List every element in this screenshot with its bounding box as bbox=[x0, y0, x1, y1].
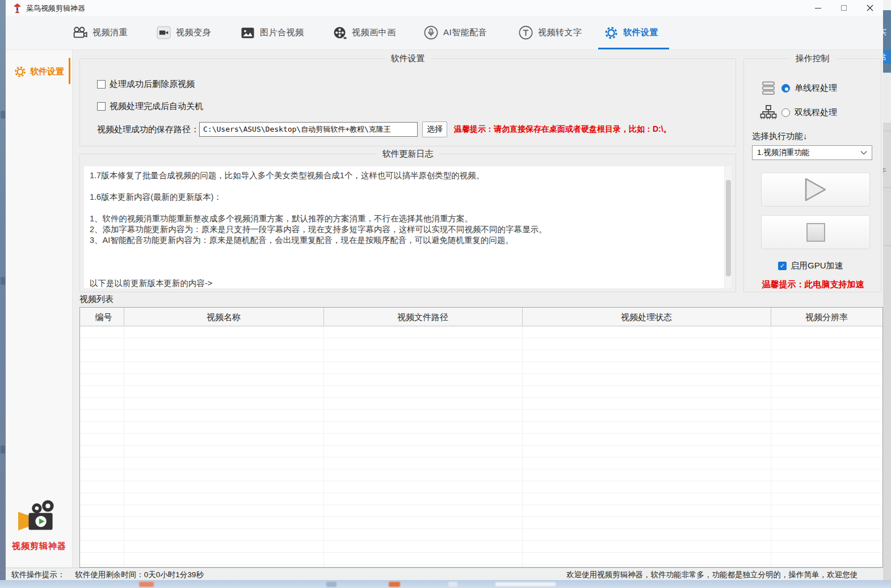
save-path-input[interactable] bbox=[199, 122, 418, 137]
function-select-label: 选择执行功能↓ bbox=[752, 131, 808, 142]
tab-label: 视频画中画 bbox=[352, 27, 396, 38]
changelog-textarea[interactable]: 1.7版本修复了批量合成视频的问题，比如导入多个美女类型视频合成1个，这样也可以… bbox=[83, 166, 732, 289]
windows-taskbar[interactable] bbox=[0, 580, 891, 588]
single-thread-icon bbox=[760, 81, 777, 96]
close-icon bbox=[867, 5, 873, 11]
movie-camera-logo-icon bbox=[17, 500, 61, 536]
sidebar-item-software-settings[interactable]: 软件设置 bbox=[6, 59, 73, 84]
active-tab-underline bbox=[598, 48, 669, 49]
taskbar-icon[interactable] bbox=[389, 582, 400, 587]
stop-button[interactable] bbox=[761, 215, 870, 249]
single-thread-option[interactable]: 单线程处理 bbox=[760, 81, 837, 96]
save-path-label: 视频处理成功的保存路径： bbox=[97, 124, 199, 135]
right-sliver-highlight: 站 bbox=[883, 50, 891, 64]
tab-software-settings[interactable]: 软件设置 bbox=[604, 16, 658, 49]
tab-image-to-video[interactable]: 图片合视频 bbox=[241, 16, 304, 49]
tab-label: 视频转文字 bbox=[538, 27, 582, 38]
column-header-name: 视频名称 bbox=[124, 308, 323, 326]
scrollbar-thumb[interactable] bbox=[726, 180, 731, 276]
operation-control-groupbox: 操作控制 单线程处理 双线程处理 选择执行功能↓ 1. bbox=[743, 58, 881, 292]
gpu-checkbox-label: 启用GPU加速 bbox=[791, 261, 843, 271]
gear-icon bbox=[14, 66, 26, 78]
settings-group-title: 软件设置 bbox=[385, 53, 431, 64]
right-sliver-text: 牛 bbox=[883, 166, 890, 176]
video-list-table[interactable]: 编号 视频名称 视频文件路径 视频处理状态 视频分辨率 bbox=[79, 307, 883, 568]
right-sliver-gap bbox=[883, 73, 891, 123]
column-header-path: 视频文件路径 bbox=[323, 308, 522, 326]
tab-video-to-text[interactable]: 视频转文字 bbox=[519, 16, 582, 49]
single-thread-radio[interactable] bbox=[781, 84, 790, 93]
function-select[interactable]: 1.视频消重功能 bbox=[752, 145, 872, 160]
right-sliver-line bbox=[883, 245, 891, 246]
right-sliver-top bbox=[883, 0, 891, 10]
background-window-right-sliver: 买 站 牛 bbox=[883, 0, 891, 580]
left-sliver-fragment bbox=[1, 277, 5, 285]
video-camera-icon bbox=[157, 26, 171, 39]
column-divider bbox=[323, 326, 324, 567]
tab-video-dedup[interactable]: 视频消重 bbox=[72, 16, 128, 49]
radio-label: 双线程处理 bbox=[795, 107, 837, 118]
column-divider bbox=[323, 308, 324, 326]
taskbar-icon[interactable] bbox=[139, 582, 154, 587]
tab-picture-in-picture[interactable]: 视频画中画 bbox=[333, 16, 396, 49]
table-header: 编号 视频名称 视频文件路径 视频处理状态 视频分辨率 bbox=[80, 308, 882, 326]
minimize-icon bbox=[815, 8, 821, 9]
tab-label: 视频变身 bbox=[176, 27, 211, 38]
dual-thread-option[interactable]: 双线程处理 bbox=[760, 104, 837, 120]
movie-camera-icon bbox=[72, 26, 87, 39]
taskbar-icon[interactable] bbox=[326, 582, 337, 587]
tab-label: 图片合视频 bbox=[260, 27, 304, 38]
minimize-button[interactable] bbox=[805, 0, 831, 16]
app-branding: 视频剪辑神器 bbox=[6, 500, 73, 552]
main-tab-bar: 视频消重 视频变身 图片合视频 bbox=[6, 16, 883, 50]
choose-path-button[interactable]: 选择 bbox=[422, 121, 447, 137]
column-divider bbox=[522, 308, 523, 326]
tab-video-transform[interactable]: 视频变身 bbox=[157, 16, 211, 49]
auto-shutdown-checkbox-row[interactable]: 视频处理完成后自动关机 bbox=[97, 101, 203, 112]
delete-original-checkbox[interactable] bbox=[97, 80, 106, 89]
auto-shutdown-checkbox[interactable] bbox=[97, 102, 106, 111]
right-sliver-text: 买 bbox=[883, 27, 890, 37]
status-welcome-text: 欢迎使用视频剪辑神器，软件功能非常多，功能都是独立分明的，操作简单，欢迎您使 bbox=[566, 570, 883, 580]
maximize-icon bbox=[841, 5, 847, 11]
film-reel-icon bbox=[333, 26, 347, 40]
right-sliver-line bbox=[883, 131, 891, 131]
chevron-down-icon bbox=[860, 150, 867, 155]
column-divider bbox=[522, 326, 523, 567]
window-title: 菜鸟视频剪辑神器 bbox=[26, 3, 85, 14]
column-divider bbox=[771, 326, 771, 567]
taskbar-icon[interactable] bbox=[495, 582, 556, 587]
dual-thread-radio[interactable] bbox=[781, 108, 790, 117]
right-sliver-line bbox=[883, 187, 891, 188]
column-header-resolution: 视频分辨率 bbox=[771, 308, 882, 326]
title-bar[interactable]: 菜鸟视频剪辑神器 bbox=[6, 0, 883, 16]
play-icon bbox=[803, 176, 828, 203]
changelog-scrollbar[interactable] bbox=[724, 166, 732, 288]
column-header-id: 编号 bbox=[80, 308, 124, 326]
start-button[interactable] bbox=[761, 173, 870, 207]
tab-label: 软件设置 bbox=[623, 27, 658, 38]
path-warning-text: 温馨提示：请勿直接保存在桌面或者硬盘根目录，比如：D:\。 bbox=[454, 124, 671, 135]
app-window: 菜鸟视频剪辑神器 视频消重 视频变身 bbox=[6, 0, 883, 580]
gpu-acceleration-checkbox[interactable]: ✓ bbox=[778, 262, 787, 270]
gpu-acceleration-row[interactable]: ✓ 启用GPU加速 bbox=[778, 261, 843, 271]
function-select-value: 1.视频消重功能 bbox=[757, 148, 860, 158]
changelog-text: 1.7版本修复了批量合成视频的问题，比如导入多个美女类型视频合成1个，这样也可以… bbox=[84, 166, 724, 288]
remaining-time-text: 软件使用剩余时间：0天0小时1分39秒 bbox=[75, 570, 204, 579]
close-button[interactable] bbox=[857, 0, 883, 16]
delete-original-checkbox-row[interactable]: 处理成功后删除原视频 bbox=[97, 79, 195, 90]
taskbar-icon[interactable] bbox=[448, 582, 457, 587]
table-body-empty bbox=[80, 326, 882, 567]
gear-icon bbox=[604, 26, 618, 40]
checkbox-label: 视频处理完成后自动关机 bbox=[110, 101, 203, 112]
gpu-warning-text: 温馨提示：此电脑支持加速 bbox=[744, 279, 882, 290]
left-sliver-fragment bbox=[1, 111, 5, 119]
maximize-button[interactable] bbox=[831, 0, 857, 16]
column-header-status: 视频处理状态 bbox=[522, 308, 771, 326]
sidebar: 软件设置 视频剪辑神器 bbox=[6, 50, 73, 568]
sidebar-item-label: 软件设置 bbox=[30, 66, 64, 77]
tab-label: AI智能配音 bbox=[443, 27, 487, 38]
tab-ai-dubbing[interactable]: AI智能配音 bbox=[424, 16, 487, 49]
status-bar: 软件操作提示： 软件使用剩余时间：0天0小时1分39秒 欢迎使用视频剪辑神器，软… bbox=[6, 568, 883, 580]
status-hint-label: 软件操作提示： bbox=[11, 570, 65, 579]
